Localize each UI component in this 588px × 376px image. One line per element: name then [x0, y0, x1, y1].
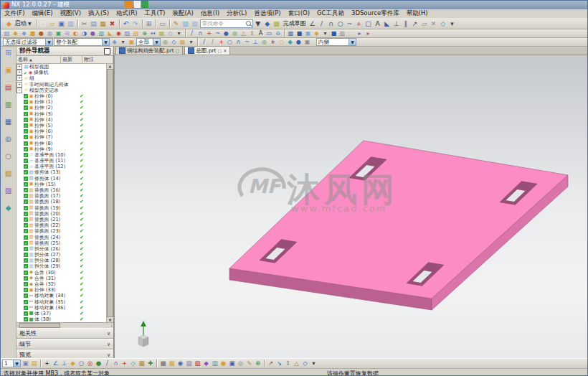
search-options-arrow[interactable]: ▼: [254, 19, 262, 28]
column-latest[interactable]: 最新: [61, 56, 82, 63]
circle-icon[interactable]: ○: [336, 19, 345, 28]
trim-curve-icon[interactable]: ✕: [430, 19, 438, 28]
snap-end-icon[interactable]: ●: [295, 38, 303, 46]
feature-checkbox[interactable]: ✓: [24, 311, 28, 316]
snap-midpoint-icon[interactable]: ◆: [286, 38, 294, 46]
feature-checkbox[interactable]: ✓: [24, 223, 28, 227]
feature-name-cell[interactable]: ✓■体 (38): [16, 316, 80, 322]
feature-checkbox[interactable]: ✓: [24, 206, 28, 210]
sketch-line-icon[interactable]: /: [188, 29, 196, 37]
feature-checkbox[interactable]: ✓: [24, 317, 28, 321]
boss-icon[interactable]: ▣: [54, 29, 62, 37]
menu-item-6[interactable]: 装配(A): [169, 9, 196, 18]
copy-icon[interactable]: ▤: [90, 19, 98, 28]
snap-dashed-icon[interactable]: /: [209, 38, 217, 46]
vector-y-icon[interactable]: ↘: [275, 359, 283, 367]
feature-checkbox[interactable]: ✓: [24, 199, 28, 204]
paste-icon[interactable]: ▦: [99, 19, 108, 28]
profile-icon[interactable]: ∠: [308, 19, 317, 28]
hscrollbar-thumb[interactable]: [19, 323, 60, 328]
feature-more-arrow[interactable]: ▾: [175, 29, 183, 37]
redo-icon[interactable]: ↷: [131, 19, 140, 28]
feature-checkbox[interactable]: ✓: [24, 217, 28, 222]
highlight-icon[interactable]: ▩: [272, 19, 281, 28]
vertical-scrollbar[interactable]: ▲ ▼: [106, 64, 113, 322]
part-tab-0[interactable]: 钢结构鸡舍装配.prt□: [115, 46, 183, 55]
mirror-feature-icon[interactable]: ⊕: [141, 29, 148, 37]
command-finder[interactable]: 查找命令: [200, 19, 253, 28]
background-icon[interactable]: □: [347, 29, 355, 37]
history-icon[interactable]: ○: [4, 151, 13, 161]
part-navigator-title-bar[interactable]: 部件导航器: [16, 47, 113, 56]
section-icon[interactable]: ▭: [265, 29, 273, 37]
feature-checkbox[interactable]: ✓: [24, 159, 28, 163]
view-manager-icon[interactable]: ▦: [4, 117, 13, 126]
snap-line-icon[interactable]: /: [200, 38, 208, 46]
feature-checkbox[interactable]: ✓: [24, 141, 28, 146]
menu-item-13[interactable]: 帮助(H): [403, 9, 432, 18]
sketch-circle-icon[interactable]: ●: [222, 29, 230, 37]
orient-view-icon[interactable]: ◆: [313, 29, 321, 37]
constraint-navigator-icon[interactable]: ▣: [4, 65, 13, 75]
feature-checkbox[interactable]: ✓: [24, 235, 28, 240]
chevron-down-icon[interactable]: ∨: [107, 352, 110, 358]
revolve-icon[interactable]: ●: [37, 29, 45, 37]
information-icon[interactable]: ◎: [4, 134, 13, 144]
more-tools-arrow[interactable]: ▾: [448, 19, 457, 28]
system-materials-icon[interactable]: ◆: [4, 203, 13, 212]
delete-icon[interactable]: ✖: [108, 19, 117, 28]
feature-checkbox[interactable]: ✓: [24, 182, 28, 187]
pin-icon[interactable]: □: [176, 48, 180, 53]
shaded-icon[interactable]: ■: [295, 29, 303, 37]
feature-checkbox[interactable]: ✓: [24, 164, 28, 169]
undo-icon[interactable]: ↶: [122, 19, 131, 28]
chevron-down-icon[interactable]: ∨: [107, 331, 110, 337]
section-细节[interactable]: 细节∨: [16, 339, 113, 349]
render-style-icon[interactable]: ■: [159, 359, 167, 367]
feature-checkbox[interactable]: ✓: [24, 170, 28, 174]
select-more-arrow[interactable]: ▾: [187, 38, 195, 46]
menu-item-3[interactable]: 插入(S): [85, 9, 113, 18]
snap-on-curve-icon[interactable]: ○: [77, 359, 85, 367]
chevron-down-icon[interactable]: ▼: [45, 39, 52, 45]
pattern-curve-icon[interactable]: ▱: [420, 19, 429, 28]
vector-x-icon[interactable]: ↗: [267, 359, 275, 367]
sweep-icon[interactable]: ◇: [166, 29, 174, 37]
menu-item-4[interactable]: 格式(R): [113, 9, 141, 18]
snap-endpoint-icon[interactable]: ●: [95, 359, 103, 367]
layer-settings-icon[interactable]: ◎: [237, 359, 245, 367]
snap-circle-icon[interactable]: ○: [226, 38, 234, 46]
feature-checkbox[interactable]: ✓: [24, 135, 28, 139]
snap-arc-center-icon[interactable]: ◎: [86, 359, 94, 367]
scroll-left-icon[interactable]: ‹: [17, 323, 19, 328]
chamfer-icon[interactable]: ◣: [106, 29, 114, 37]
scroll-up-icon[interactable]: ▲: [109, 64, 112, 68]
datum-plane-icon[interactable]: ◆: [11, 29, 19, 37]
rectangle-icon[interactable]: □: [364, 19, 373, 28]
menu-item-12[interactable]: 3DSource零件库: [348, 9, 403, 18]
menu-item-2[interactable]: 视图(V): [57, 9, 85, 18]
select-all-combo[interactable]: 全部 ▼: [136, 38, 161, 46]
snap-face-icon[interactable]: ▦: [138, 359, 146, 367]
feature-checkbox[interactable]: ✓: [24, 229, 28, 233]
split-body-icon[interactable]: ▧: [132, 29, 140, 37]
chevron-down-icon[interactable]: ∨: [107, 342, 110, 347]
pattern-feature-icon[interactable]: ⊞: [63, 29, 71, 37]
feature-checkbox[interactable]: ✓: [24, 100, 28, 104]
menu-item-0[interactable]: 文件(F): [1, 9, 29, 18]
part-tab-1[interactable]: 总图.prt□✕: [184, 46, 230, 55]
snap-perp-icon[interactable]: ⊥: [252, 38, 260, 46]
unite-icon[interactable]: ◐: [72, 29, 80, 37]
edge-blend-icon[interactable]: ◉: [115, 29, 123, 37]
feature-checkbox[interactable]: ✓: [24, 94, 28, 98]
clip-icon[interactable]: ▸: [356, 29, 364, 37]
snap-center-icon[interactable]: ◎: [260, 38, 268, 46]
snap-more-arrow[interactable]: ▾: [310, 359, 318, 367]
reuse-library-icon[interactable]: ▥: [4, 100, 13, 109]
vector-z-icon[interactable]: ↕: [284, 359, 292, 367]
rotate-icon[interactable]: ◉: [176, 359, 184, 367]
select-body-icon[interactable]: ◇: [170, 38, 178, 46]
feature-checkbox[interactable]: ✓: [24, 264, 28, 268]
datum-axis-icon[interactable]: ◆: [20, 29, 28, 37]
menu-item-7[interactable]: 信息(I): [197, 9, 223, 18]
